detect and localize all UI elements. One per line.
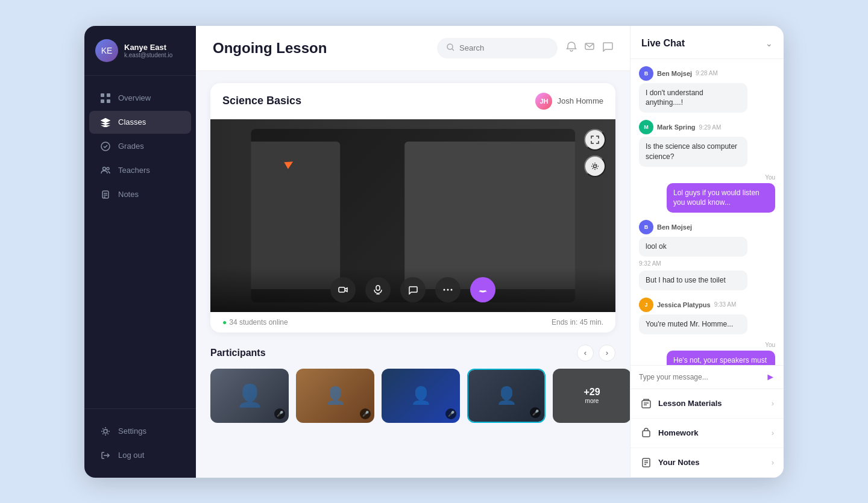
sidebar-item-classes[interactable]: Classes bbox=[89, 111, 191, 134]
chat-bubble-4b: But I had to use the toilet bbox=[639, 270, 747, 290]
grid-icon bbox=[100, 93, 111, 104]
own-label-2: You bbox=[765, 342, 775, 348]
chat-bubble-5: You're muted Mr. Homme... bbox=[639, 314, 747, 334]
sidebar-item-settings[interactable]: Settings bbox=[89, 420, 191, 443]
sidebar-item-notes[interactable]: Notes bbox=[89, 183, 191, 206]
participants-prev[interactable]: ‹ bbox=[577, 345, 594, 361]
gear-icon bbox=[100, 426, 111, 437]
svg-rect-1 bbox=[107, 93, 110, 97]
send-button[interactable]: ► bbox=[766, 372, 775, 383]
search-bar[interactable] bbox=[437, 38, 558, 58]
main-header: Ongoing Lesson bbox=[196, 26, 630, 71]
chat-message-6: You He's not, your speakers must be mute… bbox=[639, 342, 775, 365]
svg-line-12 bbox=[452, 49, 454, 51]
chat-button[interactable] bbox=[400, 277, 426, 302]
chat-message-5: J Jessica Platypus 9:33 AM You're muted … bbox=[639, 298, 775, 334]
sidebar-item-teachers[interactable]: Teachers bbox=[89, 159, 191, 182]
svg-rect-22 bbox=[642, 401, 650, 408]
sidebar-item-logout[interactable]: Log out bbox=[89, 444, 191, 467]
video-overlay-buttons bbox=[584, 129, 606, 177]
svg-rect-2 bbox=[101, 99, 104, 103]
mail-icon[interactable] bbox=[584, 41, 595, 55]
sidebar-item-classes-label: Classes bbox=[118, 117, 146, 127]
notification-icon[interactable] bbox=[566, 41, 577, 55]
header-icons bbox=[566, 41, 613, 55]
teacher-name: Josh Homme bbox=[557, 96, 603, 105]
chat-message-2-header: M Mark Spring 9:29 AM bbox=[639, 120, 775, 134]
settings-video-button[interactable] bbox=[584, 155, 606, 177]
sidebar-item-overview[interactable]: Overview bbox=[89, 87, 191, 110]
sidebar-item-grades[interactable]: Grades bbox=[89, 135, 191, 158]
chat-bubble-6: He's not, your speakers must be muted. bbox=[667, 351, 775, 365]
message-icon[interactable] bbox=[602, 41, 613, 55]
chat-time-5: 9:33 AM bbox=[714, 301, 737, 308]
svg-rect-15 bbox=[339, 287, 345, 292]
your-notes-chevron: › bbox=[772, 458, 774, 467]
chat-messages: B Ben Mojsej 9:28 AM I don't understand … bbox=[631, 59, 784, 365]
chat-avatar-1: B bbox=[639, 66, 653, 81]
chat-sender-4: Ben Mojsej bbox=[657, 223, 692, 231]
chat-sender-2: Mark Spring bbox=[657, 123, 696, 131]
your-notes-label: Your Notes bbox=[658, 458, 699, 467]
camera-button[interactable] bbox=[330, 277, 356, 302]
svg-point-19 bbox=[444, 289, 445, 290]
svg-point-14 bbox=[594, 164, 597, 167]
chat-message-1: B Ben Mojsej 9:28 AM I don't understand … bbox=[639, 66, 775, 113]
participant-3-muted: 🎤 bbox=[445, 408, 456, 419]
more-count: +29 bbox=[583, 387, 600, 398]
video-controls bbox=[210, 267, 615, 312]
lesson-materials-chevron: › bbox=[772, 399, 774, 408]
chat-bubble-3: Lol guys if you would listen you would k… bbox=[667, 183, 775, 213]
chat-avatar-5: J bbox=[639, 298, 653, 312]
svg-rect-16 bbox=[376, 286, 380, 290]
participants-next[interactable]: › bbox=[599, 345, 615, 361]
own-label-1: You bbox=[765, 174, 775, 181]
side-sections: Lesson Materials › Homework › bbox=[631, 389, 784, 478]
end-call-button[interactable] bbox=[470, 277, 495, 302]
chat-time-2: 9:29 AM bbox=[699, 124, 722, 131]
avatar: KE bbox=[95, 39, 118, 62]
homework-label: Homework bbox=[658, 428, 698, 437]
chat-time-1: 9:28 AM bbox=[696, 70, 718, 77]
svg-point-11 bbox=[447, 44, 453, 49]
chat-bubble-4a: lool ok bbox=[639, 237, 747, 257]
lesson-card-header: Science Basics JH Josh Homme bbox=[210, 83, 615, 119]
svg-point-6 bbox=[103, 167, 106, 170]
homework-section[interactable]: Homework › bbox=[631, 419, 784, 448]
sidebar-item-notes-label: Notes bbox=[118, 190, 139, 199]
sidebar-item-teachers-label: Teachers bbox=[118, 166, 150, 175]
user-info: Kanye East k.east@student.io bbox=[124, 43, 172, 58]
chat-chevron-icon[interactable]: ⌄ bbox=[766, 39, 773, 48]
chat-input-area: ► bbox=[631, 365, 784, 389]
your-notes-section[interactable]: Your Notes › bbox=[631, 448, 784, 478]
participant-2: 👤 🎤 bbox=[296, 369, 374, 423]
sidebar-item-logout-label: Log out bbox=[118, 451, 144, 460]
header-right bbox=[437, 38, 613, 58]
lesson-materials-section[interactable]: Lesson Materials › bbox=[631, 389, 784, 419]
check-circle-icon bbox=[100, 141, 111, 152]
svg-rect-3 bbox=[107, 99, 110, 103]
participants-nav: ‹ › bbox=[577, 345, 615, 361]
svg-marker-4 bbox=[101, 118, 110, 123]
homework-chevron: › bbox=[772, 428, 774, 437]
search-input[interactable] bbox=[459, 43, 548, 52]
chat-sender-5: Jessica Platypus bbox=[657, 301, 711, 308]
users-icon bbox=[100, 165, 111, 176]
more-options-button[interactable] bbox=[435, 277, 461, 302]
chat-input[interactable] bbox=[639, 373, 761, 381]
participants-title: Participants bbox=[210, 348, 266, 358]
svg-point-7 bbox=[107, 167, 109, 170]
fullscreen-button[interactable] bbox=[584, 129, 606, 151]
svg-point-21 bbox=[451, 289, 453, 290]
chat-bubble-2: Is the science also computer science? bbox=[639, 137, 747, 167]
homework-icon bbox=[640, 427, 652, 439]
graduation-icon bbox=[100, 117, 111, 128]
chat-avatar-2: M bbox=[639, 120, 653, 134]
clipboard-icon bbox=[100, 189, 111, 200]
participant-1: 👤 🎤 bbox=[210, 369, 289, 423]
microphone-button[interactable] bbox=[365, 277, 391, 302]
more-label: more bbox=[585, 398, 599, 404]
chat-message-3: You Lol guys if you would listen you wou… bbox=[639, 174, 775, 213]
sidebar-nav: Overview Classes Grades Teachers bbox=[84, 76, 196, 408]
lesson-materials-icon bbox=[640, 398, 652, 410]
